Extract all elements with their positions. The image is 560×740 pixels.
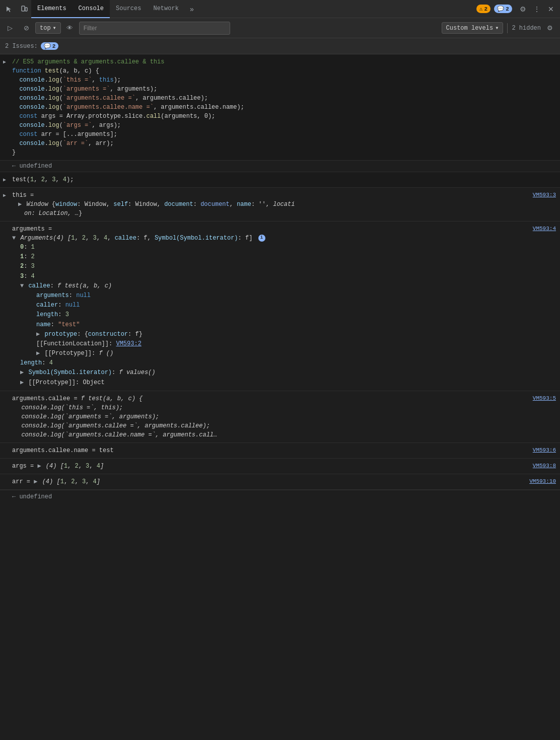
arguments-output: VM593:4 arguments = Arguments(4) [1, 2, … — [0, 221, 560, 391]
this-expand-arrow[interactable]: ▶ — [3, 192, 6, 199]
settings-btn[interactable]: ⚙ — [516, 2, 530, 16]
args-output: VM593:8 args = (4) [1, 2, 3, 4] — [0, 459, 560, 474]
undefined-result-1: ← undefined — [0, 161, 560, 172]
play-icon: ▷ — [8, 24, 13, 32]
vm-ref-8[interactable]: VM593:8 — [533, 462, 556, 470]
callee-name-output: VM593:6 arguments.callee.name = test — [0, 443, 560, 459]
chevron-down-icon: ▾ — [53, 24, 56, 32]
callee-output: VM593:5 arguments.callee = f test(a, b, … — [0, 391, 560, 443]
info-badge[interactable]: 💬 2 — [494, 5, 512, 13]
warning-icon: ⚠ — [479, 6, 483, 12]
warning-badge[interactable]: ⚠ 2 — [476, 5, 491, 13]
tab-bar-left — [2, 2, 31, 16]
gear-icon: ⚙ — [547, 24, 553, 32]
toolbar: ▷ ⊘ top ▾ 👁 Custom levels ▾ 2 hidden ⚙ — [0, 18, 560, 38]
tab-sources[interactable]: Sources — [110, 0, 147, 18]
arr-output: VM593:10 arr = (4) [1, 2, 3, 4] — [0, 474, 560, 490]
play-btn[interactable]: ▷ — [3, 21, 17, 35]
toolbar-divider — [507, 23, 508, 33]
chevron-down-icon: ▾ — [495, 24, 499, 32]
close-btn[interactable]: ✕ — [544, 2, 558, 16]
arr-expand[interactable] — [34, 477, 37, 486]
expand-input-arrow[interactable]: ▶ — [3, 176, 6, 184]
test-input-line: ▶ test(1, 2, 3, 4); — [0, 172, 560, 188]
settings-btn2[interactable]: ⚙ — [543, 21, 557, 35]
eye-btn[interactable]: 👁 — [63, 21, 77, 35]
issues-badge[interactable]: 💬 2 — [41, 42, 59, 50]
dots-icon: ⋮ — [533, 5, 540, 13]
info-icon[interactable]: i — [258, 235, 265, 242]
tab-console[interactable]: Console — [73, 0, 110, 18]
clear-icon: ⊘ — [24, 24, 29, 32]
issues-chat-icon: 💬 — [44, 43, 51, 49]
console-output: ▶ // ES5 arguments & arguments.callee & … — [0, 54, 560, 503]
gear-icon: ⚙ — [520, 5, 526, 13]
window-expand[interactable] — [18, 200, 22, 209]
arguments-expand[interactable] — [12, 234, 16, 243]
chat-icon: 💬 — [497, 6, 504, 12]
final-undefined: ← undefined — [0, 490, 560, 503]
svg-rect-0 — [22, 6, 25, 11]
proto3-expand[interactable] — [20, 378, 24, 388]
vm-ref-5[interactable]: VM593:5 — [533, 394, 556, 403]
device-icon-btn[interactable] — [17, 2, 31, 16]
issues-bar: 2 Issues: 💬 2 — [0, 38, 560, 54]
tab-bar: Elements Console Sources Network » ⚠ 2 💬… — [0, 0, 560, 18]
vm-ref-4[interactable]: VM593:4 — [533, 225, 556, 233]
proto2-expand[interactable] — [36, 349, 40, 358]
hidden-count: 2 hidden — [512, 25, 541, 32]
code-block: ▶ // ES5 arguments & arguments.callee & … — [0, 54, 560, 161]
issues-label: 2 Issues: — [5, 43, 38, 50]
vm-ref-10[interactable]: VM593:10 — [529, 477, 556, 486]
more-options-btn[interactable]: ⋮ — [530, 2, 544, 16]
symbol-expand[interactable] — [20, 368, 24, 378]
callee-expand[interactable] — [20, 281, 24, 291]
arguments-expanded: Arguments(4) [1, 2, 3, 4, callee: f, Sym… — [12, 234, 556, 388]
tab-elements[interactable]: Elements — [31, 0, 73, 18]
vm-ref-3[interactable]: VM593:3 — [533, 191, 556, 199]
expand-arrow[interactable]: ▶ — [3, 58, 6, 66]
custom-levels-dropdown[interactable]: Custom levels ▾ — [442, 22, 504, 34]
filter-input[interactable] — [79, 22, 230, 35]
proto-expand[interactable] — [36, 330, 40, 339]
svg-rect-1 — [25, 8, 27, 11]
vm-ref-6[interactable]: VM593:6 — [533, 446, 556, 455]
this-output: ▶ VM593:3 this = Window {window: Window,… — [0, 188, 560, 221]
more-tabs-btn[interactable]: » — [185, 2, 199, 16]
clear-btn[interactable]: ⊘ — [19, 21, 33, 35]
args-expand[interactable] — [37, 462, 41, 471]
eye-icon: 👁 — [66, 24, 73, 32]
context-dropdown[interactable]: top ▾ — [35, 22, 61, 34]
close-icon: ✕ — [548, 5, 554, 13]
cursor-icon-btn[interactable] — [2, 2, 16, 16]
tab-network[interactable]: Network — [147, 0, 184, 18]
